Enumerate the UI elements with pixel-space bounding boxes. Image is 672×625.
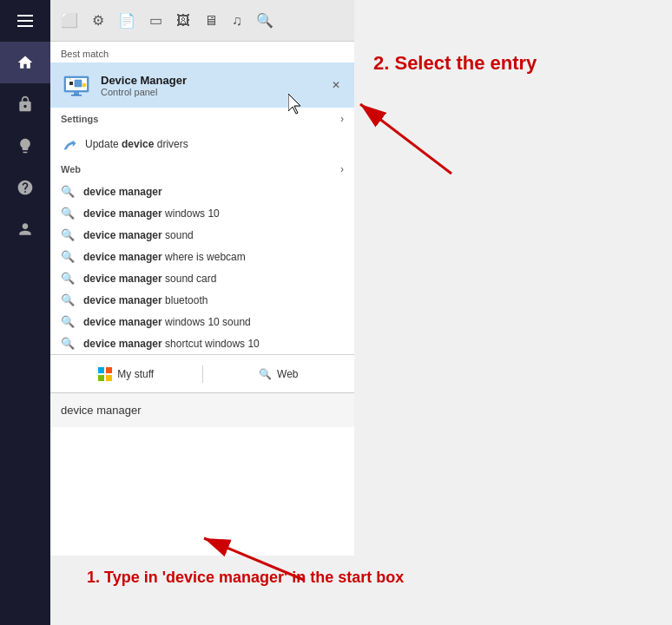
my-stuff-tab[interactable]: My stuff [50, 355, 202, 392]
web-chevron-icon: › [340, 163, 344, 175]
toolbar-row: ⬜ ⚙ 📄 ▭ 🖼 🖥 ♫ 🔍 [50, 0, 354, 42]
svg-rect-3 [71, 95, 82, 96]
best-match-item[interactable]: Device Manager Control panel ✕ [50, 62, 354, 108]
svg-line-10 [360, 104, 451, 174]
web-section-header[interactable]: Web › [50, 158, 354, 181]
svg-rect-5 [75, 80, 82, 87]
sidebar-item-lock[interactable] [0, 83, 50, 125]
person-icon [16, 220, 34, 238]
best-match-label: Best match [50, 42, 354, 62]
search-suggestion-icon-1: 🔍 [61, 207, 75, 220]
search-suggestion-icon-3: 🔍 [61, 250, 75, 263]
hamburger-button[interactable] [0, 0, 50, 42]
taskbar-sidebar [0, 0, 50, 625]
suggestion-text-6: device manager windows 10 sound [83, 316, 251, 328]
suggestion-item-1[interactable]: 🔍 device manager windows 10 [50, 202, 354, 224]
search-toolbar-icon[interactable]: 🔍 [256, 12, 273, 29]
search-box-input[interactable] [61, 404, 344, 417]
annotation-type-instruction: 1. Type in 'device manager' in the start… [87, 569, 404, 587]
suggestion-text-7: device manager shortcut windows 10 [83, 338, 260, 350]
device-manager-app-icon [63, 71, 90, 99]
close-best-match-icon[interactable]: ✕ [328, 76, 344, 95]
device-manager-icon [61, 69, 92, 101]
sidebar-item-home[interactable] [0, 42, 50, 83]
suggestion-item-7[interactable]: 🔍 device manager shortcut windows 10 [50, 332, 354, 354]
update-drivers-item[interactable]: Update device drivers [50, 130, 354, 158]
suggestion-text-2: device manager sound [83, 229, 194, 241]
annotation-select-entry: 2. Select the entry [373, 52, 537, 75]
suggestion-text-4: device manager sound card [83, 273, 216, 285]
search-suggestion-icon-2: 🔍 [61, 228, 75, 241]
search-suggestion-icon-6: 🔍 [61, 315, 75, 328]
suggestion-item-3[interactable]: 🔍 device manager where is webcam [50, 246, 354, 267]
svg-rect-2 [74, 92, 79, 95]
web-label: Web [61, 164, 81, 174]
image-icon[interactable]: 🖼 [176, 13, 190, 29]
suggestion-text-0: device manager [83, 186, 162, 198]
search-suggestion-icon-5: 🔍 [61, 293, 75, 306]
sidebar-item-question[interactable] [0, 167, 50, 208]
sidebar-item-person[interactable] [0, 208, 50, 250]
lock-icon [16, 95, 34, 113]
settings-section-header[interactable]: Settings › [50, 108, 354, 130]
web-tab-search-icon: 🔍 [259, 368, 272, 380]
web-tab[interactable]: 🔍 Web [203, 355, 355, 392]
search-suggestion-icon-7: 🔍 [61, 337, 75, 350]
window-icon[interactable]: ⬜ [61, 12, 78, 29]
settings-chevron-icon: › [340, 113, 344, 125]
sidebar-item-bulb[interactable] [0, 125, 50, 167]
settings-gear-icon[interactable]: ⚙ [92, 12, 104, 29]
search-suggestions-list: 🔍 device manager 🔍 device manager window… [50, 181, 354, 354]
svg-rect-4 [69, 82, 73, 85]
hamburger-icon [17, 15, 33, 27]
search-box-row[interactable] [50, 392, 354, 427]
suggestion-text-5: device manager bluetooth [83, 294, 208, 306]
file-icon[interactable]: 📄 [118, 12, 135, 29]
bottom-tabs-bar: My stuff 🔍 Web [50, 354, 354, 392]
suggestion-text-1: device manager windows 10 [83, 207, 220, 220]
suggestion-item-2[interactable]: 🔍 device manager sound [50, 224, 354, 246]
suggestion-item-4[interactable]: 🔍 device manager sound card [50, 267, 354, 289]
suggestion-item-6[interactable]: 🔍 device manager windows 10 sound [50, 311, 354, 332]
svg-point-7 [82, 83, 86, 87]
windows-logo-icon [98, 367, 112, 381]
search-suggestion-icon-0: 🔍 [61, 185, 75, 198]
settings-label: Settings [61, 114, 98, 124]
update-drivers-text: Update device drivers [85, 138, 188, 150]
content-area: Best match Device Manager Control panel [50, 42, 354, 556]
start-panel: ⬜ ⚙ 📄 ▭ 🖼 🖥 ♫ 🔍 Best match [50, 0, 354, 556]
music-icon[interactable]: ♫ [232, 13, 242, 29]
question-icon [16, 179, 34, 196]
home-icon [16, 54, 34, 71]
update-drivers-icon [61, 135, 78, 153]
best-match-text-block: Device Manager Control panel [101, 74, 328, 97]
best-match-subtitle: Control panel [101, 87, 328, 97]
tablet-icon[interactable]: ▭ [149, 12, 162, 29]
suggestion-text-3: device manager where is webcam [83, 251, 246, 263]
search-suggestion-icon-4: 🔍 [61, 272, 75, 285]
suggestion-item-5[interactable]: 🔍 device manager bluetooth [50, 289, 354, 311]
my-stuff-label: My stuff [117, 368, 154, 380]
monitor-icon[interactable]: 🖥 [204, 13, 218, 29]
suggestion-item-0[interactable]: 🔍 device manager [50, 181, 354, 202]
web-tab-label: Web [277, 368, 298, 380]
bulb-icon [16, 137, 34, 155]
best-match-title: Device Manager [101, 74, 328, 87]
